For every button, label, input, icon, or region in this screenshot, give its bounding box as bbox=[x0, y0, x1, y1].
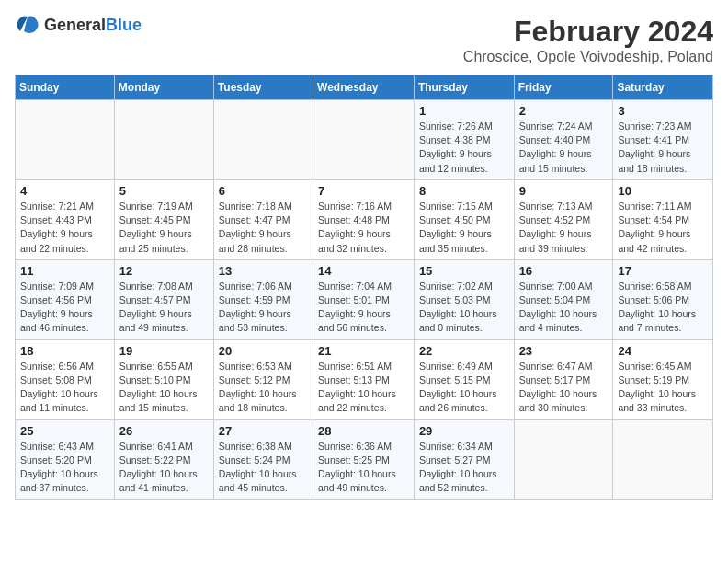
day-number: 14 bbox=[318, 264, 409, 278]
day-number: 12 bbox=[119, 264, 209, 278]
day-info: Sunrise: 7:09 AM Sunset: 4:56 PM Dayligh… bbox=[20, 280, 109, 336]
calendar-cell bbox=[514, 419, 613, 500]
calendar-cell: 16Sunrise: 7:00 AM Sunset: 5:04 PM Dayli… bbox=[514, 259, 613, 339]
calendar-week-row: 4Sunrise: 7:21 AM Sunset: 4:43 PM Daylig… bbox=[16, 179, 713, 259]
calendar-cell: 4Sunrise: 7:21 AM Sunset: 4:43 PM Daylig… bbox=[16, 179, 115, 259]
calendar-cell: 26Sunrise: 6:41 AM Sunset: 5:22 PM Dayli… bbox=[114, 419, 213, 500]
day-info: Sunrise: 6:53 AM Sunset: 5:12 PM Dayligh… bbox=[219, 360, 308, 416]
day-info: Sunrise: 7:02 AM Sunset: 5:03 PM Dayligh… bbox=[419, 280, 509, 336]
day-info: Sunrise: 6:51 AM Sunset: 5:13 PM Dayligh… bbox=[318, 360, 409, 416]
day-number: 7 bbox=[318, 184, 409, 198]
calendar-cell: 3Sunrise: 7:23 AM Sunset: 4:41 PM Daylig… bbox=[613, 100, 713, 180]
day-info: Sunrise: 6:56 AM Sunset: 5:08 PM Dayligh… bbox=[20, 360, 109, 416]
day-number: 23 bbox=[519, 344, 609, 358]
calendar-cell: 11Sunrise: 7:09 AM Sunset: 4:56 PM Dayli… bbox=[16, 259, 115, 339]
day-number: 21 bbox=[318, 344, 409, 358]
day-info: Sunrise: 6:58 AM Sunset: 5:06 PM Dayligh… bbox=[618, 280, 708, 336]
weekday-header-row: SundayMondayTuesdayWednesdayThursdayFrid… bbox=[16, 75, 713, 100]
calendar-week-row: 25Sunrise: 6:43 AM Sunset: 5:20 PM Dayli… bbox=[16, 419, 713, 500]
calendar-cell: 17Sunrise: 6:58 AM Sunset: 5:06 PM Dayli… bbox=[613, 259, 713, 339]
day-info: Sunrise: 6:41 AM Sunset: 5:22 PM Dayligh… bbox=[119, 440, 209, 496]
calendar-cell: 29Sunrise: 6:34 AM Sunset: 5:27 PM Dayli… bbox=[414, 419, 514, 500]
day-info: Sunrise: 6:55 AM Sunset: 5:10 PM Dayligh… bbox=[119, 360, 209, 416]
calendar-cell: 27Sunrise: 6:38 AM Sunset: 5:24 PM Dayli… bbox=[213, 419, 313, 500]
day-info: Sunrise: 7:06 AM Sunset: 4:59 PM Dayligh… bbox=[219, 280, 308, 336]
page-header: GeneralBlue February 2024 Chroscice, Opo… bbox=[15, 15, 713, 65]
calendar-cell: 7Sunrise: 7:16 AM Sunset: 4:48 PM Daylig… bbox=[313, 179, 415, 259]
calendar-cell: 10Sunrise: 7:11 AM Sunset: 4:54 PM Dayli… bbox=[613, 179, 713, 259]
calendar-cell: 25Sunrise: 6:43 AM Sunset: 5:20 PM Dayli… bbox=[16, 419, 115, 500]
day-number: 6 bbox=[219, 184, 308, 198]
day-number: 10 bbox=[618, 184, 708, 198]
logo-text: GeneralBlue bbox=[44, 16, 142, 35]
calendar-week-row: 11Sunrise: 7:09 AM Sunset: 4:56 PM Dayli… bbox=[16, 259, 713, 339]
title-section: February 2024 Chroscice, Opole Voivodesh… bbox=[463, 15, 713, 65]
weekday-header: Sunday bbox=[16, 75, 115, 100]
logo-icon bbox=[15, 15, 40, 35]
calendar-cell: 8Sunrise: 7:15 AM Sunset: 4:50 PM Daylig… bbox=[414, 179, 514, 259]
calendar-table: SundayMondayTuesdayWednesdayThursdayFrid… bbox=[15, 75, 713, 500]
weekday-header: Thursday bbox=[414, 75, 514, 100]
calendar-cell: 12Sunrise: 7:08 AM Sunset: 4:57 PM Dayli… bbox=[114, 259, 213, 339]
day-number: 20 bbox=[219, 344, 308, 358]
weekday-header: Saturday bbox=[613, 75, 713, 100]
calendar-cell: 28Sunrise: 6:36 AM Sunset: 5:25 PM Dayli… bbox=[313, 419, 415, 500]
day-number: 4 bbox=[20, 184, 109, 198]
calendar-week-row: 18Sunrise: 6:56 AM Sunset: 5:08 PM Dayli… bbox=[16, 339, 713, 419]
day-info: Sunrise: 7:18 AM Sunset: 4:47 PM Dayligh… bbox=[219, 200, 308, 256]
weekday-header: Monday bbox=[114, 75, 213, 100]
day-info: Sunrise: 6:34 AM Sunset: 5:27 PM Dayligh… bbox=[419, 440, 509, 496]
day-number: 17 bbox=[618, 264, 708, 278]
calendar-cell bbox=[313, 100, 415, 180]
calendar-cell bbox=[213, 100, 313, 180]
day-number: 8 bbox=[419, 184, 509, 198]
day-number: 18 bbox=[20, 344, 109, 358]
weekday-header: Wednesday bbox=[313, 75, 415, 100]
day-info: Sunrise: 6:38 AM Sunset: 5:24 PM Dayligh… bbox=[219, 440, 308, 496]
day-info: Sunrise: 7:19 AM Sunset: 4:45 PM Dayligh… bbox=[119, 200, 209, 256]
day-number: 11 bbox=[20, 264, 109, 278]
day-info: Sunrise: 6:43 AM Sunset: 5:20 PM Dayligh… bbox=[20, 440, 109, 496]
day-number: 15 bbox=[419, 264, 509, 278]
calendar-cell bbox=[613, 419, 713, 500]
day-info: Sunrise: 7:08 AM Sunset: 4:57 PM Dayligh… bbox=[119, 280, 209, 336]
month-title: February 2024 bbox=[463, 15, 713, 49]
calendar-cell: 9Sunrise: 7:13 AM Sunset: 4:52 PM Daylig… bbox=[514, 179, 613, 259]
day-number: 9 bbox=[519, 184, 609, 198]
day-number: 16 bbox=[519, 264, 609, 278]
logo-general: General bbox=[44, 16, 106, 34]
day-number: 24 bbox=[618, 344, 708, 358]
calendar-cell: 19Sunrise: 6:55 AM Sunset: 5:10 PM Dayli… bbox=[114, 339, 213, 419]
day-info: Sunrise: 7:04 AM Sunset: 5:01 PM Dayligh… bbox=[318, 280, 409, 336]
day-number: 2 bbox=[519, 104, 609, 118]
day-number: 3 bbox=[618, 104, 708, 118]
calendar-cell: 2Sunrise: 7:24 AM Sunset: 4:40 PM Daylig… bbox=[514, 100, 613, 180]
day-info: Sunrise: 6:47 AM Sunset: 5:17 PM Dayligh… bbox=[519, 360, 609, 416]
calendar-cell: 21Sunrise: 6:51 AM Sunset: 5:13 PM Dayli… bbox=[313, 339, 415, 419]
day-number: 22 bbox=[419, 344, 509, 358]
day-info: Sunrise: 6:45 AM Sunset: 5:19 PM Dayligh… bbox=[618, 360, 708, 416]
calendar-cell: 6Sunrise: 7:18 AM Sunset: 4:47 PM Daylig… bbox=[213, 179, 313, 259]
day-number: 27 bbox=[219, 424, 308, 438]
day-info: Sunrise: 7:15 AM Sunset: 4:50 PM Dayligh… bbox=[419, 200, 509, 256]
calendar-cell: 22Sunrise: 6:49 AM Sunset: 5:15 PM Dayli… bbox=[414, 339, 514, 419]
logo-blue: Blue bbox=[106, 16, 142, 34]
location-subtitle: Chroscice, Opole Voivodeship, Poland bbox=[463, 49, 713, 65]
logo: GeneralBlue bbox=[15, 15, 142, 35]
weekday-header: Tuesday bbox=[213, 75, 313, 100]
calendar-week-row: 1Sunrise: 7:26 AM Sunset: 4:38 PM Daylig… bbox=[16, 100, 713, 180]
calendar-cell: 5Sunrise: 7:19 AM Sunset: 4:45 PM Daylig… bbox=[114, 179, 213, 259]
day-number: 28 bbox=[318, 424, 409, 438]
calendar-cell bbox=[16, 100, 115, 180]
day-number: 1 bbox=[419, 104, 509, 118]
day-info: Sunrise: 7:21 AM Sunset: 4:43 PM Dayligh… bbox=[20, 200, 109, 256]
day-number: 25 bbox=[20, 424, 109, 438]
day-info: Sunrise: 7:26 AM Sunset: 4:38 PM Dayligh… bbox=[419, 120, 509, 176]
calendar-cell bbox=[114, 100, 213, 180]
day-number: 5 bbox=[119, 184, 209, 198]
day-info: Sunrise: 7:13 AM Sunset: 4:52 PM Dayligh… bbox=[519, 200, 609, 256]
day-info: Sunrise: 6:49 AM Sunset: 5:15 PM Dayligh… bbox=[419, 360, 509, 416]
calendar-cell: 24Sunrise: 6:45 AM Sunset: 5:19 PM Dayli… bbox=[613, 339, 713, 419]
calendar-cell: 15Sunrise: 7:02 AM Sunset: 5:03 PM Dayli… bbox=[414, 259, 514, 339]
day-number: 19 bbox=[119, 344, 209, 358]
